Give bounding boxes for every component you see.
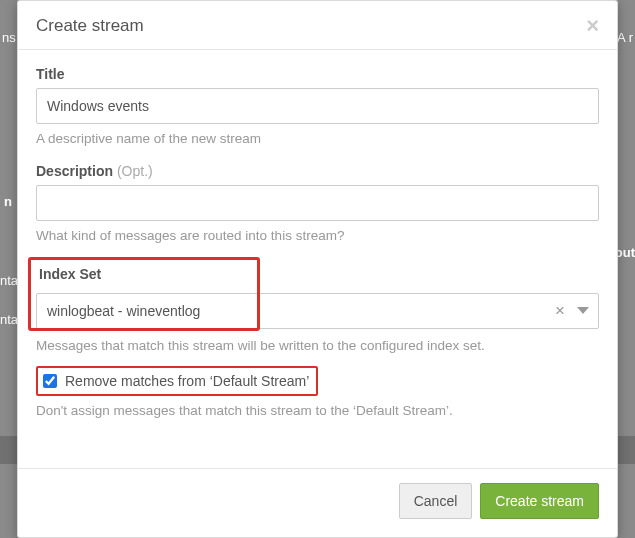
title-help: A descriptive name of the new stream [36,130,599,149]
modal-body: Title A descriptive name of the new stre… [18,50,617,468]
description-label-text: Description [36,163,113,179]
modal-title: Create stream [36,16,144,36]
obscured-text: A r [617,30,635,45]
obscured-text: ns [0,30,16,45]
title-group: Title A descriptive name of the new stre… [36,66,599,149]
obscured-text: n [4,194,12,209]
modal-header: Create stream × [18,1,617,50]
description-help: What kind of messages are routed into th… [36,227,599,246]
remove-matches-help: Don't assign messages that match this st… [36,402,599,421]
index-set-label: Index Set [39,266,249,282]
close-icon[interactable]: × [586,15,599,37]
obscured-text: nta [0,312,18,327]
description-group: Description (Opt.) What kind of messages… [36,163,599,246]
highlight-index-set: Index Set [28,257,260,331]
remove-matches-label: Remove matches from ‘Default Stream’ [65,373,309,389]
index-set-group: Index Set winlogbeat - wineventlog × Mes… [36,260,599,356]
clear-icon[interactable]: × [555,301,565,321]
create-stream-modal: Create stream × Title A descriptive name… [17,0,618,538]
modal-footer: Cancel Create stream [18,468,617,537]
index-set-help: Messages that match this stream will be … [36,337,599,356]
chevron-down-icon[interactable] [577,307,589,314]
remove-matches-group: Remove matches from ‘Default Stream’ Don… [36,366,599,421]
description-optional: (Opt.) [117,163,153,179]
obscured-text: nta [0,273,18,288]
description-label: Description (Opt.) [36,163,599,179]
title-label: Title [36,66,599,82]
remove-matches-checkbox[interactable] [43,374,57,388]
highlight-remove-matches: Remove matches from ‘Default Stream’ [36,366,318,396]
cancel-button[interactable]: Cancel [399,483,473,519]
description-input[interactable] [36,185,599,221]
create-stream-button[interactable]: Create stream [480,483,599,519]
title-input[interactable] [36,88,599,124]
